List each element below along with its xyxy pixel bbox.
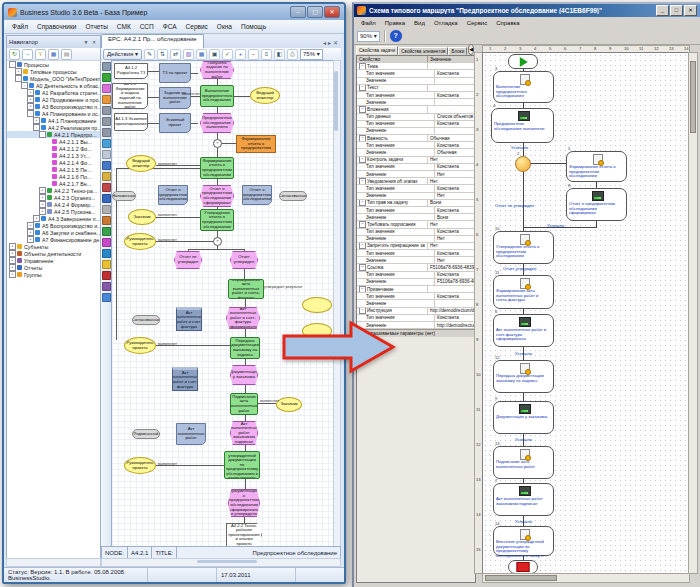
grid-icon[interactable]: ▦ — [48, 49, 59, 60]
property-row[interactable]: −Инструкцияhttp://demodirectum/d — [357, 308, 475, 315]
tree-item[interactable]: А4.2.1.2 Фо... — [7, 145, 100, 152]
tree-item[interactable]: +Отчеты — [7, 264, 100, 271]
tree-expander[interactable]: - — [21, 82, 28, 89]
report-icon[interactable]: ▤ — [61, 49, 72, 60]
menu-item[interactable]: Сервис — [463, 20, 492, 26]
property-row[interactable]: Значение — [357, 78, 475, 85]
menu-item[interactable]: Правка — [381, 20, 409, 26]
row-expander[interactable]: − — [359, 85, 366, 91]
palette-shape-icon[interactable] — [102, 62, 111, 71]
epc-node-bdoc[interactable]: Акт выполненных работ — [176, 423, 206, 445]
property-row[interactable]: −ВажностьОбычная — [357, 135, 475, 142]
tree-item[interactable]: -Процессы — [7, 61, 100, 68]
maximize-button[interactable]: ▢ — [307, 6, 323, 18]
row-expander[interactable]: − — [359, 63, 366, 69]
flow-node-cond[interactable]: 2 — [515, 156, 531, 172]
epc-node-orange[interactable]: ПР/03 Формирование отчета о предпроектно… — [236, 135, 276, 153]
remove-icon[interactable]: − — [248, 49, 259, 60]
tree-expander[interactable]: + — [27, 229, 34, 236]
tree-expander[interactable]: + — [33, 117, 40, 124]
left-title-bar[interactable]: Business Studio 3.6 Beta - База Пример –… — [4, 4, 344, 20]
menu-item[interactable]: Вид — [410, 20, 429, 26]
property-row[interactable]: Тип значенияКонстанта — [357, 121, 475, 128]
epc-node-task[interactable]: Выполнение предпроектного обследования — [200, 85, 234, 107]
palette-shape-icon[interactable] — [102, 227, 111, 236]
property-row[interactable]: Значение — [357, 128, 475, 135]
palette-shape-icon[interactable] — [102, 205, 111, 214]
epc-node-box[interactable]: Акт выполненных работ и счет-фактура — [176, 307, 202, 331]
flow-node-task[interactable]: 5Формирование отчета о предпроектном обс… — [566, 151, 627, 182]
property-row[interactable]: −Тема — [357, 63, 475, 70]
tree-item[interactable]: А4.2.1.7 Вн... — [7, 180, 100, 187]
flow-node-event[interactable]: 9Документация у заказчика — [493, 401, 554, 434]
row-expander[interactable]: − — [359, 221, 366, 227]
tree-item[interactable]: +А4.3 Завершение п... — [7, 215, 100, 222]
epc-node-hex[interactable]: Акт выполненных работ заказчиком подписа… — [230, 421, 258, 445]
layout-icon[interactable]: ⇅ — [157, 49, 168, 60]
navigator-scrollbar[interactable] — [6, 558, 101, 567]
palette-shape-icon[interactable] — [102, 95, 111, 104]
epc-node-hex[interactable]: Предпроектное обследование выполнено — [200, 113, 234, 133]
tree-item[interactable]: +Управление — [7, 257, 100, 264]
epc-node-task[interactable]: Передача документации заказчику на подпи… — [230, 337, 260, 359]
flow-node-event[interactable]: 8Отчет о предпроектном обследовании сфор… — [566, 188, 627, 221]
tree-item[interactable]: +А4.2.2 Техно-ра... — [7, 187, 100, 194]
property-row[interactable]: ЗначениеНет — [357, 193, 475, 200]
tree-item[interactable]: -А4 Планирование и ос... — [7, 110, 100, 117]
route-zoom-select[interactable]: 90% ▾ — [357, 31, 380, 42]
add-icon[interactable]: + — [235, 49, 246, 60]
filter-icon[interactable]: Y — [35, 49, 46, 60]
tree-expander[interactable]: + — [27, 222, 34, 229]
epc-node-gray[interactable]: Согласованные — [279, 191, 307, 201]
tree-expander[interactable]: + — [15, 68, 22, 75]
tree-expander[interactable]: + — [39, 187, 46, 194]
menu-item[interactable]: Окна — [213, 22, 236, 31]
palette-shape-icon[interactable] — [102, 183, 111, 192]
tree-item[interactable]: +А1 Разработка стратег... — [7, 89, 100, 96]
route-vertical-scrollbar[interactable] — [688, 52, 698, 574]
tree-item[interactable]: +А4.2.5 Пускона... — [7, 208, 100, 215]
tab-inactive[interactable]: Блоки — [448, 47, 467, 55]
epc-node-wdoc[interactable]: А4.1.3 Эскизное проектирование — [114, 113, 148, 131]
row-expander[interactable]: − — [359, 308, 366, 314]
refresh-icon[interactable]: ↻ — [9, 49, 20, 60]
tree-item[interactable]: А4.2.1.5 Пе... — [7, 166, 100, 173]
pin-icon[interactable]: ▼ — [82, 39, 90, 45]
flow-node-end[interactable] — [508, 560, 538, 574]
property-row[interactable]: −Тип прав на задачуВсем — [357, 200, 475, 207]
tree-item[interactable]: +Субъекты — [7, 243, 100, 250]
tree-expander[interactable]: + — [39, 201, 46, 208]
row-expander[interactable]: − — [359, 157, 366, 163]
epc-canvas[interactable]: А4.1.2 Разработка ТЗА4.1.8 Формирование … — [111, 60, 336, 548]
property-row[interactable]: −Вложения — [357, 106, 475, 113]
palette-shape-icon[interactable] — [102, 150, 111, 159]
tree-expander[interactable]: - — [39, 131, 46, 138]
tree-item[interactable]: -А0 Деятельность в облас... — [7, 82, 100, 89]
property-row[interactable]: −Уведомления об этапахНет — [357, 178, 475, 185]
tree-item[interactable]: А4.2.1.4 Фо... — [7, 159, 100, 166]
flow-node-task[interactable]: 3Выполнение предпроектного обследования — [493, 71, 554, 103]
flow-node-task[interactable]: 10Утверждение отчета о предпроектном обс… — [493, 231, 554, 264]
epc-node-gray[interactable]: Согласованные — [132, 315, 160, 325]
epc-node-gray[interactable]: Налаженные — [112, 191, 136, 201]
tab-next-icon[interactable]: ▸ — [328, 39, 331, 46]
menu-item[interactable]: Файл — [357, 20, 380, 26]
epc-node-org[interactable] — [302, 297, 332, 313]
property-row[interactable]: −Контроль задачиНет — [357, 157, 475, 164]
epc-node-org[interactable]: Руководитель проекта — [124, 457, 156, 474]
palette-shape-icon[interactable] — [102, 249, 111, 258]
close-button[interactable]: ✕ — [684, 5, 697, 16]
edit-icon[interactable]: ✎ — [144, 49, 155, 60]
epc-node-bdoc[interactable]: Задание на выполнение работ — [159, 87, 191, 109]
tree-expander[interactable]: + — [9, 264, 16, 271]
tree-item[interactable]: +А3 Воспроизводство п... — [7, 103, 100, 110]
palette-shape-icon[interactable] — [102, 73, 111, 82]
palette-shape-icon[interactable] — [102, 238, 111, 247]
right-title-bar[interactable]: Схема типового маршрута "Предпроектное о… — [354, 4, 700, 17]
menu-item[interactable]: Файл — [8, 22, 32, 31]
property-row[interactable]: −Запретить прекращение заНет — [357, 243, 475, 250]
property-row[interactable]: Тип данныхСписок объектов — [357, 114, 475, 121]
zoom-select[interactable]: 75% ▾ — [300, 49, 323, 60]
property-row[interactable]: −Примечание — [357, 286, 475, 293]
tree-expander[interactable]: + — [33, 215, 40, 222]
